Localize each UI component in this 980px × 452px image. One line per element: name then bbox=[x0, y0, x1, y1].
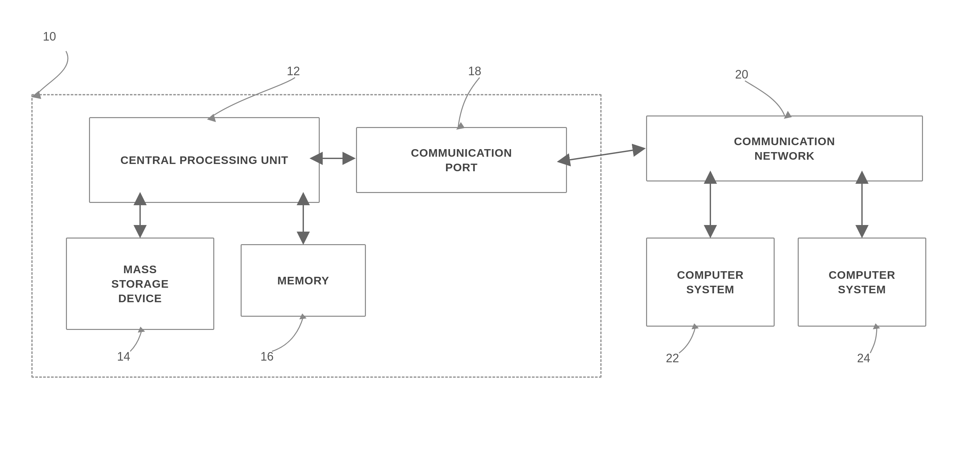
computer-system-1-box: COMPUTERSYSTEM bbox=[646, 238, 775, 327]
ref-label-24: 24 bbox=[857, 351, 870, 365]
ref-label-10: 10 bbox=[43, 30, 56, 43]
diagram-container: 10 12 14 16 18 20 22 24 CENTRAL PROCESSI… bbox=[0, 0, 980, 452]
comm-network-label: COMMUNICATIONNETWORK bbox=[734, 134, 835, 163]
computer-system-2-label: COMPUTERSYSTEM bbox=[829, 268, 896, 297]
ref-label-12: 12 bbox=[287, 64, 300, 78]
computer-system-2-box: COMPUTERSYSTEM bbox=[798, 238, 926, 327]
mass-storage-box: MASSSTORAGEDEVICE bbox=[66, 238, 214, 330]
memory-box: MEMORY bbox=[241, 244, 366, 317]
ref-label-20: 20 bbox=[735, 68, 748, 81]
cpu-box: CENTRAL PROCESSING UNIT bbox=[89, 117, 320, 203]
mass-storage-label: MASSSTORAGEDEVICE bbox=[111, 262, 169, 306]
cpu-label: CENTRAL PROCESSING UNIT bbox=[120, 153, 288, 167]
comm-port-box: COMMUNICATIONPORT bbox=[356, 127, 567, 193]
computer-system-1-label: COMPUTERSYSTEM bbox=[677, 268, 744, 297]
comm-port-label: COMMUNICATIONPORT bbox=[411, 145, 512, 174]
ref-label-18: 18 bbox=[468, 64, 481, 78]
comm-network-box: COMMUNICATIONNETWORK bbox=[646, 115, 923, 182]
memory-label: MEMORY bbox=[277, 273, 329, 288]
ref-label-22: 22 bbox=[666, 351, 679, 365]
